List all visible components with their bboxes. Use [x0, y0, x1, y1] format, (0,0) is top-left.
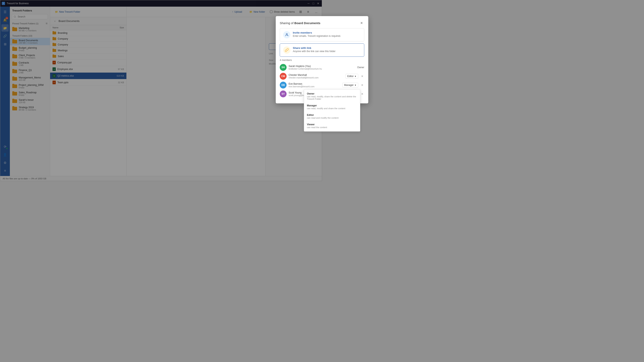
- members-list: SH Sarah Hopkins (You) testbobe+123email…: [280, 64, 322, 97]
- role-option-name: Owner: [307, 92, 322, 95]
- members-count: 4 members: [280, 59, 322, 61]
- member-avatar: CM: [280, 73, 286, 80]
- invite-members-option[interactable]: Invite members Enter emails. Tresorit re…: [280, 28, 322, 41]
- member-row-cm: CM Chester Marshall chester.marshall@tre…: [280, 73, 322, 80]
- role-option-manager[interactable]: Manager can read, modify and share the c…: [304, 102, 322, 112]
- member-name: Chester Marshall: [288, 74, 322, 76]
- member-email: eve.barrows@tresorit.com: [288, 85, 322, 88]
- role-option-editor[interactable]: Editor can read and modify the content: [304, 112, 322, 121]
- role-option-desc: can read, modify, share the content and …: [307, 95, 322, 100]
- member-avatar: SY: [280, 90, 286, 97]
- member-avatar: SH: [280, 64, 286, 71]
- member-name: Eve Barrows: [288, 82, 322, 85]
- member-email: testbobe+123email@tresorium.hu: [288, 67, 322, 70]
- sharing-modal: Sharing of Board Documents ✕ Invite memb…: [276, 16, 322, 103]
- role-option-owner[interactable]: Owner can read, modify, share the conten…: [304, 90, 322, 102]
- svg-point-0: [286, 33, 288, 35]
- member-name: Sarah Hopkins (You): [288, 65, 322, 67]
- modal-header: Sharing of Board Documents ✕: [276, 16, 322, 28]
- share-link-option[interactable]: Share with link Anyone with the link can…: [280, 43, 322, 57]
- role-option-viewer[interactable]: Viewer can read the content: [304, 121, 322, 130]
- link-share-icon: [283, 46, 290, 54]
- member-avatar: EB: [280, 82, 286, 88]
- role-option-name: Viewer: [307, 123, 322, 126]
- role-options-popup: Owner can read, modify, share the conten…: [304, 89, 322, 131]
- role-option-desc: can read, modify and share the content: [307, 107, 322, 110]
- member-email: chester.marshall@tresorit.com: [288, 76, 322, 79]
- modal-body: Invite members Enter emails. Tresorit re…: [276, 28, 322, 103]
- member-row-eb: EB Eve Barrows eve.barrows@tresorit.com …: [280, 82, 322, 88]
- modal-overlay[interactable]: Sharing of Board Documents ✕ Invite memb…: [0, 0, 322, 181]
- invite-option-text: Invite members Enter emails. Tresorit re…: [293, 31, 322, 37]
- role-option-name: Manager: [307, 104, 322, 107]
- invite-icon: [283, 31, 290, 38]
- role-option-name: Editor: [307, 114, 322, 116]
- member-info: Chester Marshall chester.marshall@tresor…: [288, 74, 322, 79]
- member-info: Eve Barrows eve.barrows@tresorit.com: [288, 82, 322, 88]
- role-option-desc: can read and modify the content: [307, 117, 322, 119]
- role-option-desc: can read the content: [307, 126, 322, 128]
- member-info: Sarah Hopkins (You) testbobe+123email@tr…: [288, 65, 322, 70]
- modal-title: Sharing of Board Documents: [280, 21, 320, 25]
- member-row-sh: SH Sarah Hopkins (You) testbobe+123email…: [280, 64, 322, 71]
- link-option-text: Share with link Anyone with the link can…: [293, 46, 322, 53]
